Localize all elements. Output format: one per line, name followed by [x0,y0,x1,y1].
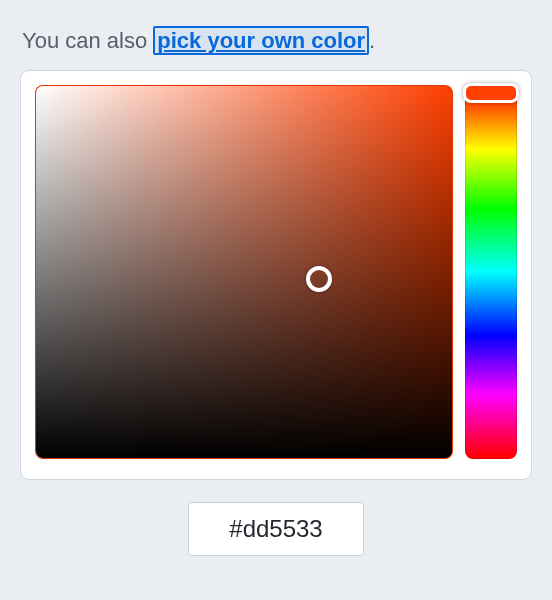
sv-black-gradient [36,86,452,458]
hue-handle[interactable] [463,83,519,103]
hue-slider[interactable] [465,85,517,459]
hex-input[interactable] [188,502,364,556]
intro-suffix: . [369,28,375,53]
intro-prefix: You can also [22,28,153,53]
saturation-value-area[interactable] [35,85,453,459]
pick-color-link[interactable]: pick your own color [153,26,369,55]
color-picker-panel [20,70,532,480]
hex-row [0,502,552,556]
saturation-value-handle[interactable] [306,266,332,292]
intro-text: You can also pick your own color. [22,28,552,54]
